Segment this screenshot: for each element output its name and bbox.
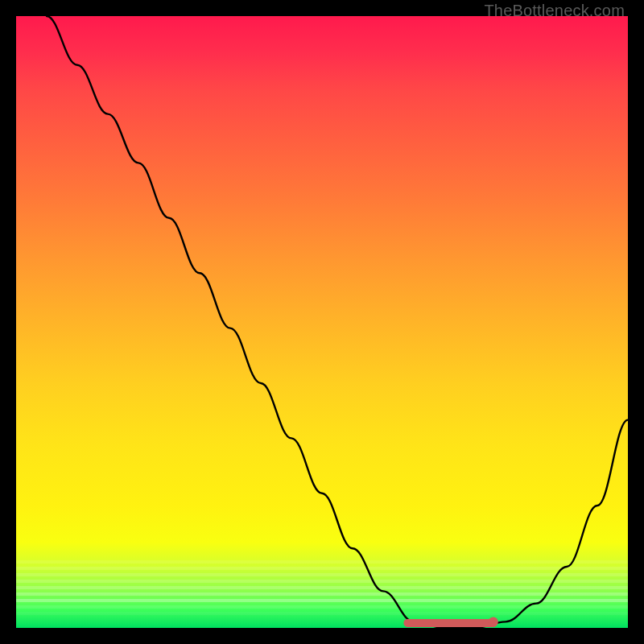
svg-rect-1	[16, 567, 628, 570]
svg-rect-3	[16, 580, 628, 583]
svg-rect-7	[16, 605, 628, 609]
svg-rect-5	[16, 592, 628, 596]
watermark-text: TheBottleneck.com	[484, 2, 625, 20]
svg-rect-8	[16, 612, 628, 615]
chart-svg	[16, 16, 628, 628]
chart-frame: TheBottleneck.com	[0, 0, 644, 644]
bottleneck-curve	[47, 16, 628, 628]
optimal-point-marker	[489, 617, 498, 626]
svg-rect-0	[16, 560, 628, 564]
plot-area	[16, 16, 628, 628]
svg-rect-6	[16, 599, 628, 602]
svg-rect-2	[16, 573, 628, 576]
green-band-stripes	[16, 560, 628, 615]
svg-rect-4	[16, 586, 628, 589]
